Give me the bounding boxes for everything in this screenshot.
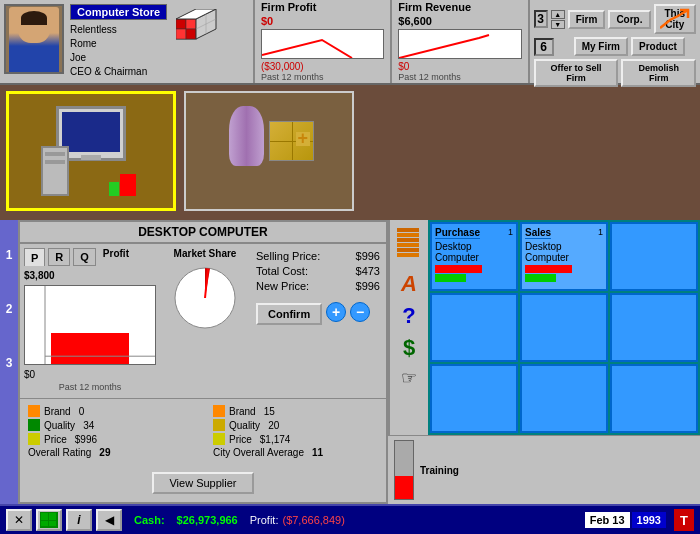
price-info: Selling Price: $996 Total Cost: $473 New… <box>250 244 386 398</box>
bottom-btn-info[interactable]: i <box>66 509 92 531</box>
brand-value: 0 <box>79 406 85 417</box>
purchase-line2: Computer <box>435 252 513 263</box>
firm-revenue-period: Past 12 months <box>398 72 521 82</box>
sales-line1: Desktop <box>525 241 603 252</box>
finger-icon[interactable]: ☞ <box>401 367 417 389</box>
pie-chart <box>170 263 240 333</box>
sections-wrapper: 1 2 3 DESKTOP COMPUTER P R Q Profit $3,8… <box>0 220 700 504</box>
svg-rect-14 <box>397 233 419 237</box>
card-empty-3[interactable] <box>520 293 608 362</box>
purchase-bar <box>435 265 482 273</box>
card-empty-1[interactable] <box>610 222 698 291</box>
card-empty-2[interactable] <box>430 293 518 362</box>
product-cards-grid: Purchase 1 Desktop Computer Sales 1 <box>428 220 700 435</box>
sales-num: 1 <box>598 227 603 241</box>
company-name[interactable]: Computer Store <box>70 4 167 20</box>
stat-price: Price $996 <box>28 433 193 445</box>
right-section: A ? $ ☞ Purchase 1 De <box>388 220 700 504</box>
quality-color-icon <box>28 419 40 431</box>
new-price-label: New Price: <box>256 280 309 292</box>
purchase-card[interactable]: Purchase 1 Desktop Computer <box>430 222 518 291</box>
font-icon[interactable]: A <box>401 271 417 297</box>
firm-profit-chart <box>261 29 384 59</box>
panel-title: DESKTOP COMPUTER <box>20 222 386 244</box>
card-empty-7[interactable] <box>610 364 698 433</box>
stack-icon[interactable] <box>395 228 423 265</box>
price-decrease-btn[interactable]: − <box>350 302 370 322</box>
num-badge-2: 6 <box>534 38 554 56</box>
arrow-up-1[interactable]: ▲ <box>551 10 565 19</box>
profile-title: CEO & Chairman <box>70 65 167 79</box>
purchase-bar-green <box>435 274 466 282</box>
sales-card[interactable]: Sales 1 Desktop Computer <box>520 222 608 291</box>
stat-price2: Price $1,174 <box>213 433 378 445</box>
overall-value: 29 <box>99 447 110 458</box>
card-empty-6[interactable] <box>520 364 608 433</box>
view-supplier-button[interactable]: View Supplier <box>152 472 253 494</box>
svg-rect-1 <box>176 19 186 29</box>
training-bar-fill <box>395 476 413 499</box>
stat-brand: Brand 0 <box>28 405 193 417</box>
firm-profit-period: Past 12 months <box>261 72 384 82</box>
new-price-value: $996 <box>356 280 380 292</box>
confirm-button[interactable]: Confirm <box>256 303 322 325</box>
purchase-num: 1 <box>508 227 513 241</box>
svg-rect-18 <box>397 253 419 257</box>
tab-p[interactable]: P <box>24 248 45 266</box>
price-increase-btn[interactable]: + <box>326 302 346 322</box>
card-empty-4[interactable] <box>610 293 698 362</box>
product-slot-1[interactable] <box>6 91 176 211</box>
purchase-card-title: Purchase <box>435 227 480 239</box>
stat-quality: Quality 34 <box>28 419 193 431</box>
firm-profit-value: $0 <box>261 15 384 27</box>
product-slot-2[interactable]: + <box>184 91 354 211</box>
sidebar-num-3: 3 <box>6 356 13 370</box>
year-display: 1993 <box>632 512 666 528</box>
price2-color-icon <box>213 433 225 445</box>
svg-rect-2 <box>186 19 196 29</box>
dollar-icon[interactable]: $ <box>403 335 415 361</box>
card-empty-5[interactable] <box>430 364 518 433</box>
icons-column: A ? $ ☞ <box>388 220 428 435</box>
arrow-down-1[interactable]: ▼ <box>551 20 565 29</box>
quality-value: 34 <box>83 420 94 431</box>
bottom-btn-back[interactable]: ◀ <box>96 509 122 531</box>
my-firm-btn[interactable]: My Firm <box>574 37 628 56</box>
firm-revenue-chart <box>398 29 521 59</box>
profit-label: Profit: <box>250 514 279 526</box>
sidebar-num-2: 2 <box>6 302 13 316</box>
offer-sell-btn[interactable]: Offer to Sell Firm <box>534 59 619 87</box>
firm-btn[interactable]: Firm <box>568 10 606 29</box>
brand-label: Brand <box>44 406 71 417</box>
firm-profit-title: Firm Profit <box>261 1 384 13</box>
profile-person: Joe <box>70 51 167 65</box>
t-icon[interactable]: T <box>674 509 694 531</box>
firm-revenue-value: $6,600 <box>398 15 521 27</box>
profile-section: Computer Store Relentless Rome Joe CEO &… <box>0 0 255 83</box>
sales-bar <box>525 265 572 273</box>
profile-name: Relentless <box>70 23 167 37</box>
chart-high: $3,800 <box>24 270 156 281</box>
stat-brand2: Brand 15 <box>213 405 378 417</box>
quality2-color-icon <box>213 419 225 431</box>
num-badge-1: 3 <box>534 10 548 28</box>
tab-q[interactable]: Q <box>73 248 96 266</box>
bottom-btn-1[interactable]: ✕ <box>6 509 32 531</box>
demolish-btn[interactable]: Demolish Firm <box>621 59 696 87</box>
corp-btn[interactable]: Corp. <box>608 10 650 29</box>
svg-rect-21 <box>49 513 56 520</box>
svg-rect-15 <box>397 238 419 242</box>
question-icon[interactable]: ? <box>402 303 415 329</box>
tab-r[interactable]: R <box>48 248 70 266</box>
logo-cube <box>173 4 223 64</box>
products-area: + <box>0 85 700 220</box>
firm-profit-past: ($30,000) <box>261 61 384 72</box>
market-share-title: Market Share <box>174 248 237 259</box>
profile-city: Rome <box>70 37 167 51</box>
product-btn[interactable]: Product <box>631 37 685 56</box>
bottom-btn-2[interactable] <box>36 509 62 531</box>
svg-rect-13 <box>397 228 419 232</box>
sales-card-title: Sales <box>525 227 551 239</box>
svg-rect-23 <box>49 521 56 526</box>
stat-quality2: Quality 20 <box>213 419 378 431</box>
